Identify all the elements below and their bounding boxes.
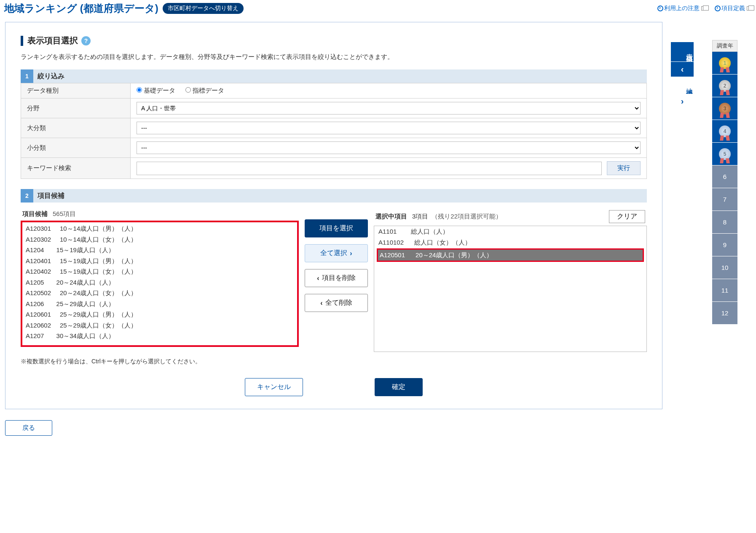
rank-row-11[interactable]: 11 bbox=[712, 279, 737, 302]
list-item[interactable]: A120301 10～14歳人口（男）（人） bbox=[24, 223, 295, 234]
side-tab-region[interactable]: 地域選択 bbox=[671, 77, 694, 94]
notice-link-label: 利用上の注意 bbox=[664, 5, 700, 12]
side-tab-display-items[interactable]: 表示項目選択 bbox=[671, 42, 694, 62]
list-item[interactable]: A1205 20～24歳人口（人） bbox=[24, 277, 295, 288]
list-item[interactable]: A120601 25～29歳人口（男）（人） bbox=[24, 309, 295, 320]
chevron-left-icon[interactable]: ‹ bbox=[671, 62, 694, 77]
switch-data-button[interactable]: 市区町村データへ切り替え bbox=[163, 3, 244, 14]
arrow-circle-icon bbox=[657, 5, 663, 11]
cancel-button[interactable]: キャンセル bbox=[245, 378, 303, 396]
rank-medal-4[interactable]: 4 bbox=[712, 120, 737, 143]
list-item[interactable]: A1206 25～29歳人口（人） bbox=[24, 298, 295, 309]
arrow-circle-icon bbox=[715, 5, 721, 11]
major-select[interactable]: --- bbox=[137, 122, 641, 134]
candidates-header-label: 項目候補 bbox=[38, 192, 64, 200]
select-item-button[interactable]: 項目を選択 bbox=[305, 219, 368, 237]
field-label: 分野 bbox=[21, 99, 131, 118]
keyword-input[interactable] bbox=[137, 162, 602, 175]
candidate-list-title: 項目候補 bbox=[22, 210, 48, 218]
datatype-label: データ種別 bbox=[21, 83, 131, 99]
selected-count: 3項目 bbox=[412, 213, 428, 221]
filter-header-label: 絞り込み bbox=[38, 72, 64, 81]
back-button[interactable]: 戻る bbox=[5, 420, 52, 436]
list-item[interactable]: A120602 25～29歳人口（女）（人） bbox=[24, 320, 295, 331]
selected-remaining: （残り22項目選択可能） bbox=[432, 213, 502, 221]
list-item[interactable]: A120302 10～14歳人口（女）（人） bbox=[24, 234, 295, 245]
rank-column-header: 調査年 bbox=[712, 40, 737, 52]
section-title: 表示項目選択 bbox=[27, 35, 78, 46]
keyword-label: キーワード検索 bbox=[21, 158, 131, 179]
confirm-button[interactable]: 確定 bbox=[375, 378, 423, 396]
rank-medal-3[interactable]: 3 bbox=[712, 97, 737, 120]
selected-list-title: 選択中項目 bbox=[375, 213, 407, 221]
rank-medal-5[interactable]: 5 bbox=[712, 143, 737, 165]
major-label: 大分類 bbox=[21, 118, 131, 138]
candidate-count: 565項目 bbox=[53, 210, 76, 218]
chevron-right-icon[interactable]: › bbox=[671, 94, 694, 109]
main-panel: 表示項目選択 ? ランキングを表示するための項目を選択します。データ種別、分野等… bbox=[5, 22, 662, 409]
remove-item-button[interactable]: ‹ 項目を削除 bbox=[305, 269, 368, 287]
rank-row-7[interactable]: 7 bbox=[712, 188, 737, 211]
help-icon[interactable]: ? bbox=[81, 36, 91, 45]
rank-medal-1[interactable]: 1 bbox=[712, 52, 737, 75]
filter-header: 1 絞り込み bbox=[21, 69, 647, 83]
radio-indicator[interactable]: 指標データ bbox=[185, 87, 224, 94]
candidates-header: 2 項目候補 bbox=[21, 189, 647, 203]
multiselect-note: ※複数選択を行う場合は、Ctrlキーを押しながら選択してください。 bbox=[21, 358, 647, 365]
remove-all-button[interactable]: ‹ 全て削除 bbox=[305, 294, 368, 312]
rank-row-9[interactable]: 9 bbox=[712, 234, 737, 256]
list-item[interactable]: A120401 15～19歳人口（男）（人） bbox=[24, 256, 295, 266]
definition-link-label: 項目定義 bbox=[721, 5, 745, 12]
list-item[interactable]: A1207 30～34歳人口（人） bbox=[24, 330, 295, 341]
field-select[interactable]: A 人口・世帯 bbox=[137, 102, 641, 115]
clear-button[interactable]: クリア bbox=[609, 210, 645, 223]
step-number-1: 1 bbox=[21, 69, 33, 83]
rank-row-12[interactable]: 12 bbox=[712, 302, 737, 325]
notice-link[interactable]: 利用上の注意 bbox=[657, 5, 706, 12]
chevron-right-icon: › bbox=[350, 250, 352, 257]
section-description: ランキングを表示するための項目を選択します。データ種別、分野等及びキーワード検索… bbox=[21, 53, 647, 61]
list-item[interactable]: A1101 総人口（人） bbox=[374, 226, 646, 237]
list-item[interactable]: A120501 20～24歳人口（男）（人） bbox=[378, 250, 643, 261]
list-item[interactable]: A1204 15～19歳人口（人） bbox=[24, 245, 295, 256]
list-item[interactable]: A120402 15～19歳人口（女）（人） bbox=[24, 266, 295, 277]
step-number-2: 2 bbox=[21, 189, 33, 203]
candidate-listbox[interactable]: A120301 10～14歳人口（男）（人）A120302 10～14歳人口（女… bbox=[21, 221, 299, 347]
rank-row-10[interactable]: 10 bbox=[712, 256, 737, 279]
rank-row-8[interactable]: 8 bbox=[712, 211, 737, 234]
rank-medal-2[interactable]: 2 bbox=[712, 75, 737, 97]
page-title: 地域ランキング (都道府県データ) bbox=[4, 2, 158, 15]
selected-listbox[interactable]: A1101 総人口（人）A110102 総人口（女）（人）A120501 20～… bbox=[374, 226, 647, 352]
popup-icon bbox=[747, 6, 752, 11]
chevron-left-icon: ‹ bbox=[317, 274, 319, 282]
execute-button[interactable]: 実行 bbox=[607, 161, 641, 175]
minor-label: 小分類 bbox=[21, 138, 131, 158]
minor-select[interactable]: --- bbox=[137, 141, 641, 154]
rank-row-6[interactable]: 6 bbox=[712, 165, 737, 188]
section-bar bbox=[21, 36, 23, 46]
list-item[interactable]: A120502 20～24歳人口（女）（人） bbox=[24, 288, 295, 298]
popup-icon bbox=[701, 6, 706, 11]
select-all-button[interactable]: 全て選択 › bbox=[305, 244, 368, 262]
list-item[interactable]: A110102 総人口（女）（人） bbox=[374, 237, 646, 248]
chevron-left-icon: ‹ bbox=[320, 299, 322, 307]
definition-link[interactable]: 項目定義 bbox=[715, 5, 752, 12]
radio-basic[interactable]: 基礎データ bbox=[137, 87, 175, 94]
